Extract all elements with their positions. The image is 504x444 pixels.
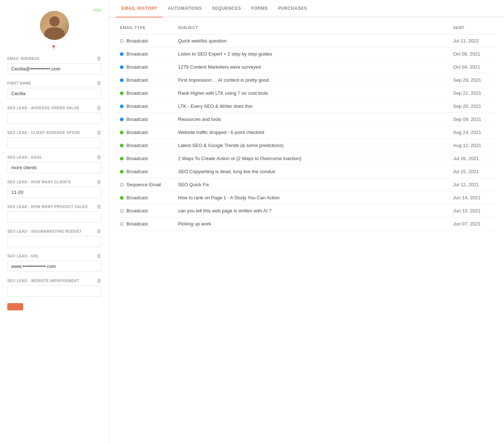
location-icon: 📍: [51, 45, 56, 50]
field-label-client-avg-spend: SEO LEAD - CLIENT AVERAGE SPEND: [7, 131, 80, 135]
email-dot-icon: [120, 183, 124, 187]
sidebar: 📍 EMAIL ADDRESS🗑FIRST NAME🗑SEO LEAD - AV…: [0, 0, 109, 444]
tab-sequences[interactable]: SEQUENCES: [207, 0, 246, 17]
field-group-email-address: EMAIL ADDRESS🗑: [7, 56, 101, 74]
email-subject: Rank Higher with LTK using 7 no cost too…: [174, 87, 449, 100]
email-subject: Listen to SEO Expert + 2 step by step gu…: [174, 48, 449, 61]
email-type-label: Broadcast: [126, 130, 148, 135]
table-row: BroadcastSEO Copywriting is dead, long l…: [116, 165, 497, 178]
email-type-label: Broadcast: [126, 156, 148, 161]
email-dot-icon: [120, 105, 124, 108]
email-sent-date: Jul 26, 2021: [449, 152, 497, 165]
email-subject: How to rank on Page 1 - A Study You Can …: [174, 191, 449, 204]
field-group-budget: SEO LEAD - SEO/MARKETING BUDGET🗑: [7, 228, 101, 247]
email-subject: Quick web/biz question: [174, 34, 449, 48]
field-group-client-avg-spend: SEO LEAD - CLIENT AVERAGE SPEND🗑: [7, 130, 101, 148]
email-subject: 1279 Content Marketers were surveyed: [174, 61, 449, 74]
email-sent-date: Jun 14, 2021: [449, 191, 497, 204]
table-row: Broadcastcan you tell this web page is w…: [116, 204, 497, 217]
table-row: BroadcastFirst Impression ... AI content…: [116, 74, 497, 87]
col-header-email-type: EMAIL TYPE: [116, 21, 174, 34]
delete-icon-product-sales[interactable]: 🗑: [96, 204, 102, 209]
table-row: BroadcastResources and toolsSep 09, 2021: [116, 113, 497, 126]
input-goal[interactable]: [7, 162, 101, 173]
email-subject: SEO Copywriting is dead, long live the c…: [174, 165, 449, 178]
email-dot-icon: [120, 209, 124, 213]
field-label-how-many-clients: SEO LEAD - HOW MANY CLIENTS: [7, 180, 71, 184]
email-sent-date: Sep 22, 2021: [449, 87, 497, 100]
delete-icon-how-many-clients[interactable]: 🗑: [96, 179, 102, 185]
table-row: Sequence EmailSEO Quick FixJul 12, 2021: [116, 178, 497, 191]
delete-icon-email-address[interactable]: 🗑: [96, 56, 102, 61]
email-dot-icon: [120, 52, 124, 56]
email-dot-icon: [120, 78, 124, 82]
email-type-label: Broadcast: [126, 221, 148, 227]
email-type-label: Broadcast: [126, 208, 148, 213]
main-content: EMAIL HISTORYAUTOMATIONSSEQUENCESFORMSPU…: [109, 0, 504, 444]
table-row: BroadcastListen to SEO Expert + 2 step b…: [116, 48, 497, 61]
email-type-label: Broadcast: [126, 103, 148, 109]
input-website-improvement[interactable]: [7, 285, 101, 297]
email-sent-date: Sep 20, 2021: [449, 100, 497, 113]
delete-icon-client-avg-spend[interactable]: 🗑: [96, 130, 102, 135]
email-subject: 2 Ways To Create Action or {2 Ways to Ov…: [174, 152, 449, 165]
delete-icon-goal[interactable]: 🗑: [96, 154, 102, 160]
email-subject: Website traffic dropped - 6 point checkl…: [174, 126, 449, 139]
field-label-website-improvement: SEO LEAD - WEBSITE IMPROVEMENT: [7, 279, 79, 283]
email-sent-date: Aug 12, 2021: [449, 139, 497, 152]
email-type-label: Broadcast: [126, 143, 148, 148]
email-subject: LTK - Every SEO & Writer does this: [174, 100, 449, 113]
field-label-goal: SEO LEAD - GOAL: [7, 155, 42, 159]
email-sent-date: Jun 07, 2021: [449, 217, 497, 231]
input-how-many-clients[interactable]: [7, 187, 101, 198]
tab-automations[interactable]: AUTOMATIONS: [163, 0, 207, 17]
email-dot-icon: [120, 39, 124, 43]
input-budget[interactable]: [7, 236, 101, 247]
email-subject: Picking up work: [174, 217, 449, 231]
email-dot-icon: [120, 222, 124, 226]
email-sent-date: Oct 08, 2021: [449, 48, 497, 61]
email-subject: Latest SEO & Google Trends (& some predi…: [174, 139, 449, 152]
col-header-sent: SENT: [449, 21, 497, 34]
delete-icon-avg-order-value[interactable]: 🗑: [96, 105, 102, 111]
confirmed-badge: [93, 9, 101, 11]
field-group-product-sales: SEO LEAD - HOW MANY PRODUCT SALES🗑: [7, 204, 101, 223]
avatar-section: 📍: [7, 7, 101, 56]
email-sent-date: Jul 11, 2022: [449, 34, 497, 48]
update-subscriber-button[interactable]: [7, 303, 23, 310]
input-product-sales[interactable]: [7, 211, 101, 223]
tabs: EMAIL HISTORYAUTOMATIONSSEQUENCESFORMSPU…: [109, 0, 504, 17]
email-type-label: Broadcast: [126, 169, 148, 174]
email-type-label: Sequence Email: [126, 182, 161, 187]
email-type-label: Broadcast: [126, 195, 148, 200]
input-client-avg-spend[interactable]: [7, 137, 101, 148]
input-first-name[interactable]: [7, 88, 101, 99]
delete-icon-website-improvement[interactable]: 🗑: [96, 278, 102, 284]
tab-forms[interactable]: FORMS: [246, 0, 273, 17]
delete-icon-first-name[interactable]: 🗑: [96, 80, 102, 86]
tab-purchases[interactable]: PURCHASES: [273, 0, 312, 17]
field-group-first-name: FIRST NAME🗑: [7, 80, 101, 99]
input-url[interactable]: [7, 261, 101, 272]
field-label-url: SEO LEAD - URL: [7, 254, 39, 258]
tab-email-history[interactable]: EMAIL HISTORY: [116, 0, 163, 17]
email-type-label: Broadcast: [126, 117, 148, 122]
email-sent-date: Sep 29, 2021: [449, 74, 497, 87]
email-subject: First Impression ... AI content is prett…: [174, 74, 449, 87]
email-subject: can you tell this web page is written wi…: [174, 204, 449, 217]
email-type-label: Broadcast: [126, 51, 148, 57]
field-group-website-improvement: SEO LEAD - WEBSITE IMPROVEMENT🗑: [7, 278, 101, 297]
field-label-email-address: EMAIL ADDRESS: [7, 57, 40, 61]
input-email-address[interactable]: [7, 63, 101, 74]
col-header-subject: SUBJECT: [174, 21, 449, 34]
user-location: 📍: [51, 45, 58, 50]
delete-icon-budget[interactable]: 🗑: [96, 228, 102, 234]
field-label-avg-order-value: SEO LEAD - AVERAGE ORDER VALUE: [7, 106, 79, 110]
email-type-label: Broadcast: [126, 90, 148, 96]
email-sent-date: Oct 04, 2021: [449, 61, 497, 74]
field-group-url: SEO LEAD - URL🗑: [7, 253, 101, 272]
delete-icon-url[interactable]: 🗑: [96, 253, 102, 259]
email-sent-date: Jul 15, 2021: [449, 165, 497, 178]
avatar: [40, 11, 69, 40]
input-avg-order-value[interactable]: [7, 113, 101, 124]
